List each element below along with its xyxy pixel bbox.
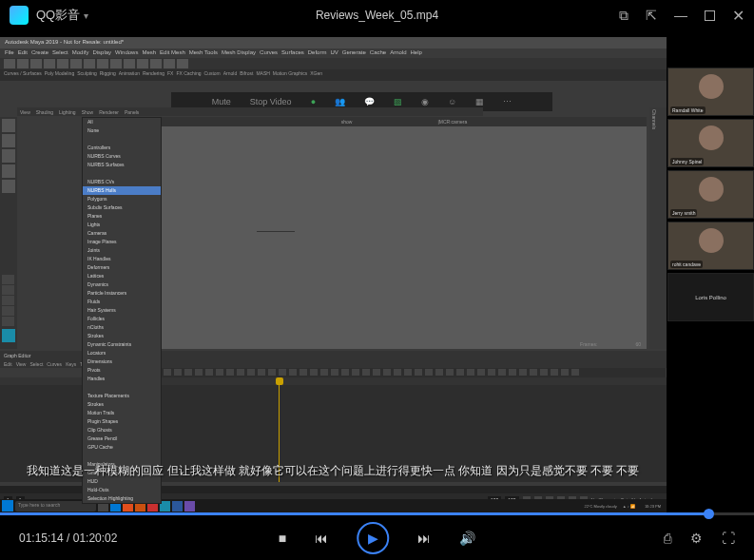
outliner-icon[interactable] — [2, 317, 14, 326]
dropdown-item[interactable]: Deformers — [83, 263, 161, 272]
viewport-menu-item[interactable]: Shading — [36, 109, 53, 115]
dropdown-item[interactable]: NURBS Surfaces — [83, 161, 161, 169]
dropdown-item[interactable]: NURBS Hulls — [83, 186, 161, 195]
dropdown-item[interactable]: Image Planes — [83, 238, 161, 246]
word-icon[interactable] — [172, 501, 183, 512]
shelf-button-icon[interactable] — [124, 59, 135, 68]
layout-four-icon[interactable] — [2, 285, 14, 295]
viewport-menu-item[interactable]: View — [20, 109, 30, 115]
pip-icon[interactable]: ⧉ — [619, 8, 628, 24]
stop-video-button[interactable]: Stop Video — [250, 97, 292, 106]
graph-tool-icon[interactable] — [289, 369, 297, 376]
shelf-tab[interactable]: Sculpting — [77, 70, 97, 80]
shelf-tab[interactable]: XGen — [310, 70, 322, 80]
shelf-button-icon[interactable] — [177, 59, 188, 68]
rotate-tool-icon[interactable] — [2, 164, 15, 178]
graph-tool-icon[interactable] — [425, 369, 433, 376]
graph-tool-icon[interactable] — [467, 369, 474, 376]
layout-vert-icon[interactable] — [2, 306, 14, 316]
dropdown-item[interactable]: Grease Pencil — [83, 434, 161, 443]
dropdown-item[interactable] — [83, 383, 161, 392]
menu-item[interactable]: Mesh Tools — [189, 49, 218, 57]
dropdown-item[interactable]: Particle Instancers — [83, 289, 161, 298]
participant-tile[interactable]: rohit candave — [667, 222, 754, 270]
graph-tool-icon[interactable] — [352, 369, 359, 376]
graph-tool-icon[interactable] — [373, 369, 380, 376]
graph-menu-item[interactable]: Curves — [47, 361, 62, 367]
shelf-tab[interactable]: Poly Modeling — [45, 70, 74, 80]
menu-item[interactable]: File — [5, 49, 14, 57]
dropdown-item[interactable]: Fluids — [83, 298, 161, 306]
dropdown-item[interactable]: Clip Ghosts — [83, 426, 161, 434]
graph-tool-icon[interactable] — [216, 369, 223, 376]
participant-tile[interactable]: Loris Pollino — [667, 273, 754, 321]
next-button[interactable]: ⏭ — [417, 531, 431, 546]
menu-item[interactable]: Modify — [72, 49, 89, 57]
menu-item[interactable]: Mesh — [142, 49, 156, 57]
graph-tool-icon[interactable] — [446, 369, 454, 376]
graph-tool-icon[interactable] — [383, 369, 391, 376]
shelf-tab[interactable]: Arnold — [223, 70, 237, 80]
menu-item[interactable]: Help — [410, 49, 421, 57]
graph-tool-icon[interactable] — [540, 369, 548, 376]
dropdown-item[interactable]: Plugin Shapes — [83, 417, 161, 426]
graph-tool-icon[interactable] — [247, 369, 255, 376]
viewport-menu-item[interactable]: Renderer — [99, 109, 119, 115]
graph-tool-icon[interactable] — [226, 369, 234, 376]
graph-tool-icon[interactable] — [404, 369, 412, 376]
weather-widget[interactable]: 22°C Mostly cloudy — [584, 504, 616, 509]
menu-item[interactable]: Generate — [342, 49, 366, 57]
share-screen-icon[interactable]: ▧ — [394, 97, 402, 106]
settings-icon[interactable]: ⚙ — [690, 531, 703, 546]
reactions-icon[interactable]: ☺ — [448, 97, 456, 106]
prev-button[interactable]: ⏮ — [315, 531, 328, 546]
play-button[interactable]: ▶ — [357, 522, 389, 554]
graph-tool-icon[interactable] — [394, 369, 401, 376]
graph-tool-icon[interactable] — [258, 369, 265, 376]
dropdown-item[interactable]: Dynamic Constraints — [83, 340, 161, 349]
graph-tool-icon[interactable] — [310, 369, 318, 376]
dropdown-item[interactable]: Dimensions — [83, 357, 161, 366]
dropdown-item[interactable]: Strokes — [83, 400, 161, 409]
participant-tile[interactable]: Jerry smith — [667, 170, 754, 219]
volume-icon[interactable]: 🔊 — [459, 531, 475, 546]
shelf-tab[interactable]: FX — [167, 70, 173, 80]
clock[interactable]: 10:23 PM — [645, 504, 661, 509]
shelf-button-icon[interactable] — [44, 59, 55, 68]
dropdown-item[interactable]: None — [83, 126, 161, 135]
graph-tool-icon[interactable] — [362, 369, 370, 376]
dropdown-item[interactable]: nCloths — [83, 323, 161, 332]
graph-tool-icon[interactable] — [571, 369, 579, 376]
start-button-icon[interactable] — [2, 500, 13, 512]
dropdown-item[interactable]: Lights — [83, 221, 161, 229]
perspective-viewport[interactable]: show |MCR:camera Frames: 60 — [162, 117, 647, 349]
more-icon[interactable]: ⋯ — [503, 97, 512, 106]
graph-tool-icon[interactable] — [300, 369, 307, 376]
graph-tool-icon[interactable] — [331, 369, 338, 376]
shelf-tab[interactable]: Bifrost — [240, 70, 253, 80]
graph-tool-icon[interactable] — [477, 369, 485, 376]
lasso-tool-icon[interactable] — [2, 134, 15, 147]
dropdown-item[interactable]: GPU Cache — [83, 443, 161, 452]
menu-item[interactable]: Surfaces — [281, 49, 304, 57]
graph-tool-icon[interactable] — [488, 369, 495, 376]
participant-tile[interactable]: Johnny Spinel — [667, 119, 754, 167]
menu-item[interactable]: Cache — [370, 49, 386, 57]
layout-horiz-icon[interactable] — [2, 296, 14, 305]
dropdown-item[interactable]: Selection Highlighting — [83, 494, 161, 503]
viewport-menu-item[interactable]: Show — [82, 109, 94, 115]
menu-item[interactable]: Windows — [115, 49, 138, 57]
viewport-menu-item[interactable]: Lighting — [59, 109, 76, 115]
dropdown-item[interactable] — [83, 135, 161, 144]
shelf-button-icon[interactable] — [17, 59, 29, 68]
close-button[interactable]: ✕ — [732, 7, 744, 25]
menu-item[interactable]: Edit Mesh — [160, 49, 185, 57]
dropdown-item[interactable]: Cameras — [83, 229, 161, 238]
graph-tool-icon[interactable] — [530, 369, 537, 376]
shelf-tab[interactable]: Animation — [119, 70, 140, 80]
menu-item[interactable]: UV — [330, 49, 338, 57]
graph-tool-icon[interactable] — [509, 369, 516, 376]
shelf-button-icon[interactable] — [137, 59, 148, 68]
graph-tool-icon[interactable] — [195, 369, 203, 376]
graph-tool-icon[interactable] — [519, 369, 527, 376]
